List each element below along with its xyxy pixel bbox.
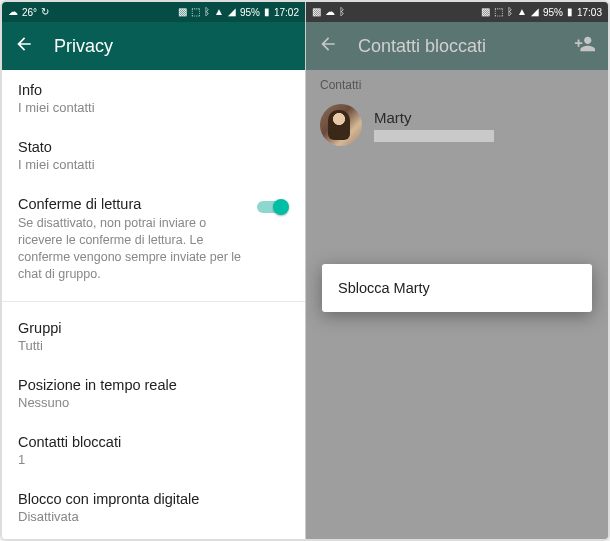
read-receipts-toggle[interactable] (255, 198, 289, 216)
setting-label: Contatti bloccati (18, 434, 289, 450)
divider (2, 301, 305, 302)
screen-privacy-settings: ☁ 26° ↻ ▩ ⬚ ᛒ ▲ ◢ 95% ▮ 17:02 Privacy (2, 2, 305, 539)
setting-blocked-contacts[interactable]: Contatti bloccati 1 (2, 422, 305, 479)
toggle-thumb (273, 199, 289, 215)
contact-name: Marty (374, 109, 494, 126)
status-battery: 95% (240, 7, 260, 18)
signal-icon: ◢ (531, 7, 539, 17)
back-button[interactable] (318, 34, 338, 58)
screen-blocked-contacts: ▩ ☁ ᛒ ▩ ⬚ ᛒ ▲ ◢ 95% ▮ 17:03 Contatti blo… (305, 2, 608, 539)
setting-value: Tutti (18, 338, 289, 353)
screenshot-icon: ▩ (312, 7, 321, 17)
setting-read-receipts[interactable]: Conferme di lettura Se disattivato, non … (2, 184, 305, 295)
status-bar: ▩ ☁ ᛒ ▩ ⬚ ᛒ ▲ ◢ 95% ▮ 17:03 (306, 2, 608, 22)
avatar (320, 104, 362, 146)
signal-icon: ◢ (228, 7, 236, 17)
screenshot-icon: ▩ (178, 7, 187, 17)
vibrate-icon: ⬚ (191, 7, 200, 17)
setting-info[interactable]: Info I miei contatti (2, 70, 305, 127)
app-bar: Contatti bloccati (306, 22, 608, 70)
setting-label: Stato (18, 139, 289, 155)
setting-value: 1 (18, 452, 289, 467)
page-title: Contatti bloccati (358, 36, 554, 57)
status-battery: 95% (543, 7, 563, 18)
setting-label: Conferme di lettura (18, 196, 245, 212)
vibrate-icon: ⬚ (494, 7, 503, 17)
unblock-action[interactable]: Sblocca Marty (338, 280, 576, 296)
blocked-contact-row[interactable]: Marty (306, 96, 608, 154)
back-button[interactable] (14, 34, 34, 58)
setting-label: Posizione in tempo reale (18, 377, 289, 393)
status-temperature: 26° (22, 7, 37, 18)
setting-value: Nessuno (18, 395, 289, 410)
setting-gruppi[interactable]: Gruppi Tutti (2, 308, 305, 365)
arrow-left-icon (318, 34, 338, 54)
add-person-icon (574, 33, 596, 55)
wifi-icon: ▲ (517, 7, 527, 17)
wifi-icon: ▲ (214, 7, 224, 17)
arrow-left-icon (14, 34, 34, 54)
page-title: Privacy (54, 36, 293, 57)
setting-fingerprint-lock[interactable]: Blocco con impronta digitale Disattivata (2, 479, 305, 536)
settings-list[interactable]: Info I miei contatti Stato I miei contat… (2, 70, 305, 539)
app-bar: Privacy (2, 22, 305, 70)
screenshot-icon: ▩ (481, 7, 490, 17)
add-contact-button[interactable] (574, 33, 596, 59)
sync-icon: ↻ (41, 7, 49, 17)
setting-stato[interactable]: Stato I miei contatti (2, 127, 305, 184)
battery-icon: ▮ (264, 7, 270, 17)
status-time: 17:03 (577, 7, 602, 18)
weather-icon: ☁ (325, 7, 335, 17)
contact-status-redacted (374, 130, 494, 142)
section-header: Contatti (306, 70, 608, 96)
status-time: 17:02 (274, 7, 299, 18)
setting-realtime-location[interactable]: Posizione in tempo reale Nessuno (2, 365, 305, 422)
setting-value: I miei contatti (18, 157, 289, 172)
status-bar: ☁ 26° ↻ ▩ ⬚ ᛒ ▲ ◢ 95% ▮ 17:02 (2, 2, 305, 22)
setting-label: Blocco con impronta digitale (18, 491, 289, 507)
context-menu: Sblocca Marty (322, 264, 592, 312)
setting-value: I miei contatti (18, 100, 289, 115)
setting-description: Se disattivato, non potrai inviare o ric… (18, 215, 245, 283)
battery-icon: ▮ (567, 7, 573, 17)
bluetooth-icon: ᛒ (507, 7, 513, 17)
setting-label: Info (18, 82, 289, 98)
setting-label: Gruppi (18, 320, 289, 336)
setting-value: Disattivata (18, 509, 289, 524)
bluetooth-icon: ᛒ (204, 7, 210, 17)
weather-icon: ☁ (8, 7, 18, 17)
bluetooth-icon: ᛒ (339, 7, 345, 17)
